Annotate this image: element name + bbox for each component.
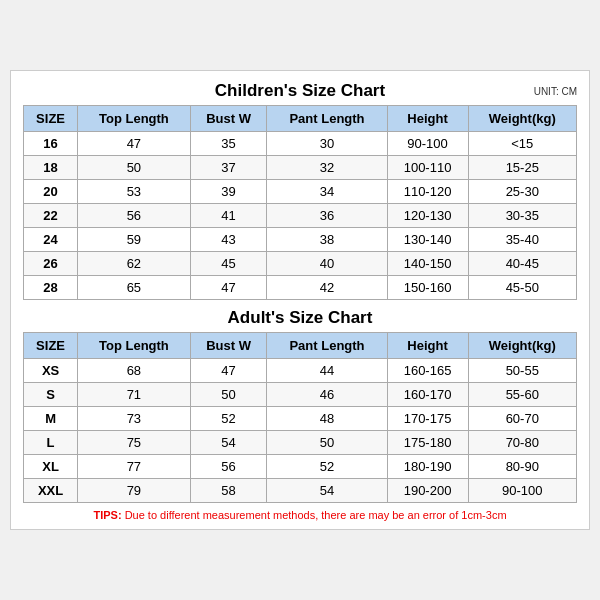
table-cell: 54	[190, 431, 267, 455]
table-cell: 52	[190, 407, 267, 431]
table-cell: 120-130	[387, 204, 468, 228]
adults-table: SIZE Top Length Bust W Pant Length Heigh…	[23, 332, 577, 503]
table-cell: 62	[78, 252, 191, 276]
adults-title: Adult's Size Chart	[228, 308, 373, 328]
tips-text: Due to different measurement methods, th…	[125, 509, 507, 521]
table-cell: 56	[78, 204, 191, 228]
children-title: Children's Size Chart	[215, 81, 385, 101]
chart-container: Children's Size Chart UNIT: CM SIZE Top …	[10, 70, 590, 530]
children-data-row: 26624540140-15040-45	[24, 252, 577, 276]
table-cell: 50-55	[468, 359, 576, 383]
adults-data-row: L755450175-18070-80	[24, 431, 577, 455]
table-cell: 190-200	[387, 479, 468, 503]
table-cell: 48	[267, 407, 387, 431]
children-col-top-length: Top Length	[78, 106, 191, 132]
children-header-row: SIZE Top Length Bust W Pant Length Heigh…	[24, 106, 577, 132]
table-cell: 50	[267, 431, 387, 455]
table-cell: 40	[267, 252, 387, 276]
children-col-height: Height	[387, 106, 468, 132]
table-cell: 150-160	[387, 276, 468, 300]
table-cell: 30	[267, 132, 387, 156]
children-table: SIZE Top Length Bust W Pant Length Heigh…	[23, 105, 577, 300]
table-cell: 100-110	[387, 156, 468, 180]
children-data-row: 18503732100-11015-25	[24, 156, 577, 180]
tips-row: TIPS: Due to different measurement metho…	[23, 509, 577, 521]
table-cell: 71	[78, 383, 191, 407]
children-data-row: 22564136120-13030-35	[24, 204, 577, 228]
table-cell: 50	[78, 156, 191, 180]
table-cell: 34	[267, 180, 387, 204]
children-data-row: 24594338130-14035-40	[24, 228, 577, 252]
table-cell: 170-175	[387, 407, 468, 431]
table-cell: 65	[78, 276, 191, 300]
table-cell: 160-170	[387, 383, 468, 407]
table-cell: 56	[190, 455, 267, 479]
table-cell: 39	[190, 180, 267, 204]
table-cell: 58	[190, 479, 267, 503]
table-cell: 47	[78, 132, 191, 156]
adults-header-row: SIZE Top Length Bust W Pant Length Heigh…	[24, 333, 577, 359]
children-col-weight: Weight(kg)	[468, 106, 576, 132]
table-cell: XL	[24, 455, 78, 479]
table-cell: 54	[267, 479, 387, 503]
table-cell: M	[24, 407, 78, 431]
adults-data-row: XS684744160-16550-55	[24, 359, 577, 383]
unit-label: UNIT: CM	[534, 86, 577, 97]
tips-label: TIPS:	[93, 509, 121, 521]
table-cell: XS	[24, 359, 78, 383]
table-cell: 175-180	[387, 431, 468, 455]
table-cell: 15-25	[468, 156, 576, 180]
adults-data-row: S715046160-17055-60	[24, 383, 577, 407]
table-cell: 40-45	[468, 252, 576, 276]
table-cell: 47	[190, 359, 267, 383]
table-cell: 140-150	[387, 252, 468, 276]
table-cell: 35-40	[468, 228, 576, 252]
table-cell: 43	[190, 228, 267, 252]
adults-col-height: Height	[387, 333, 468, 359]
table-cell: 35	[190, 132, 267, 156]
table-cell: 180-190	[387, 455, 468, 479]
table-cell: 32	[267, 156, 387, 180]
children-data-row: 20533934110-12025-30	[24, 180, 577, 204]
table-cell: 25-30	[468, 180, 576, 204]
table-cell: 60-70	[468, 407, 576, 431]
children-col-size: SIZE	[24, 106, 78, 132]
adults-col-top-length: Top Length	[78, 333, 191, 359]
adults-title-row: Adult's Size Chart	[23, 308, 577, 328]
table-cell: 50	[190, 383, 267, 407]
table-cell: 55-60	[468, 383, 576, 407]
table-cell: 90-100	[387, 132, 468, 156]
table-cell: 47	[190, 276, 267, 300]
table-cell: 16	[24, 132, 78, 156]
children-data-row: 1647353090-100<15	[24, 132, 577, 156]
table-cell: <15	[468, 132, 576, 156]
table-cell: 26	[24, 252, 78, 276]
children-col-bust: Bust W	[190, 106, 267, 132]
table-cell: 41	[190, 204, 267, 228]
table-cell: 53	[78, 180, 191, 204]
adults-col-bust: Bust W	[190, 333, 267, 359]
table-cell: 80-90	[468, 455, 576, 479]
children-title-row: Children's Size Chart UNIT: CM	[23, 81, 577, 101]
table-cell: 45	[190, 252, 267, 276]
table-cell: 59	[78, 228, 191, 252]
table-cell: 45-50	[468, 276, 576, 300]
table-cell: 20	[24, 180, 78, 204]
table-cell: 73	[78, 407, 191, 431]
adults-col-weight: Weight(kg)	[468, 333, 576, 359]
table-cell: 160-165	[387, 359, 468, 383]
table-cell: 22	[24, 204, 78, 228]
table-cell: 36	[267, 204, 387, 228]
table-cell: 70-80	[468, 431, 576, 455]
table-cell: 28	[24, 276, 78, 300]
table-cell: 130-140	[387, 228, 468, 252]
table-cell: 37	[190, 156, 267, 180]
adults-data-row: M735248170-17560-70	[24, 407, 577, 431]
table-cell: 38	[267, 228, 387, 252]
table-cell: 68	[78, 359, 191, 383]
table-cell: 77	[78, 455, 191, 479]
table-cell: 75	[78, 431, 191, 455]
table-cell: S	[24, 383, 78, 407]
adults-data-row: XXL795854190-20090-100	[24, 479, 577, 503]
table-cell: L	[24, 431, 78, 455]
